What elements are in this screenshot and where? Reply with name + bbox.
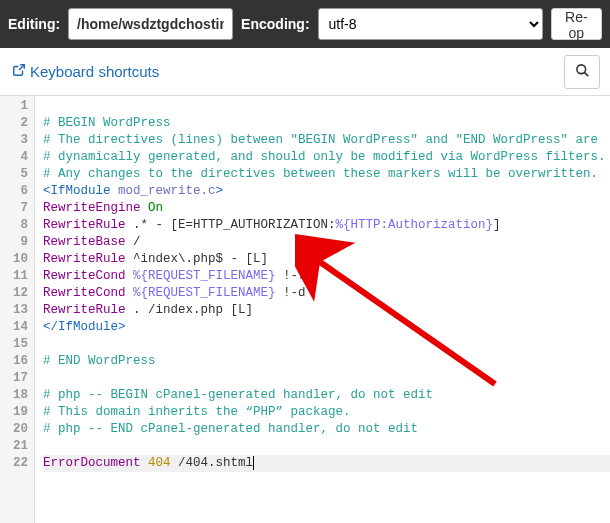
line-number: 17 xyxy=(2,370,28,387)
subbar: Keyboard shortcuts xyxy=(0,48,610,96)
code-line: RewriteRule ^index\.php$ - [L] xyxy=(43,251,610,268)
line-number: 14 xyxy=(2,319,28,336)
search-button[interactable] xyxy=(564,55,600,89)
code-line: RewriteRule .* - [E=HTTP_AUTHORIZATION:%… xyxy=(43,217,610,234)
encoding-label: Encoding: xyxy=(241,16,309,32)
external-link-icon xyxy=(12,63,26,80)
line-number: 10 xyxy=(2,251,28,268)
code-line: # Any changes to the directives between … xyxy=(43,166,610,183)
topbar: Editing: Encoding: utf-8 Re-op xyxy=(0,0,610,48)
line-number: 6 xyxy=(2,183,28,200)
line-number: 16 xyxy=(2,353,28,370)
text-cursor xyxy=(253,456,254,470)
file-path-input[interactable] xyxy=(68,8,233,40)
line-number: 8 xyxy=(2,217,28,234)
line-number: 1 xyxy=(2,98,28,115)
line-number: 12 xyxy=(2,285,28,302)
code-line: RewriteRule . /index.php [L] xyxy=(43,302,610,319)
code-line: </IfModule> xyxy=(43,319,610,336)
line-number: 3 xyxy=(2,132,28,149)
code-line xyxy=(43,98,610,115)
line-number: 20 xyxy=(2,421,28,438)
line-number: 21 xyxy=(2,438,28,455)
code-line: # php -- BEGIN cPanel-generated handler,… xyxy=(43,387,610,404)
code-line: ErrorDocument 404 /404.shtml xyxy=(43,455,610,472)
code-line: RewriteEngine On xyxy=(43,200,610,217)
encoding-select[interactable]: utf-8 xyxy=(318,8,543,40)
line-number: 5 xyxy=(2,166,28,183)
keyboard-shortcuts-link[interactable]: Keyboard shortcuts xyxy=(12,63,159,80)
line-number: 4 xyxy=(2,149,28,166)
code-line: <IfModule mod_rewrite.c> xyxy=(43,183,610,200)
line-number: 22 xyxy=(2,455,28,472)
line-number: 15 xyxy=(2,336,28,353)
keyboard-shortcuts-label: Keyboard shortcuts xyxy=(30,63,159,80)
line-number: 2 xyxy=(2,115,28,132)
svg-point-0 xyxy=(576,64,585,73)
line-number: 7 xyxy=(2,200,28,217)
code-line: # dynamically generated, and should only… xyxy=(43,149,610,166)
code-editor[interactable]: 1 2 3 4 5 6 7 8 9 10 11 12 13 14 15 16 1… xyxy=(0,96,610,523)
code-line: # php -- END cPanel-generated handler, d… xyxy=(43,421,610,438)
code-line: # END WordPress xyxy=(43,353,610,370)
svg-line-1 xyxy=(584,72,588,76)
code-line: RewriteBase / xyxy=(43,234,610,251)
code-line: # The directives (lines) between "BEGIN … xyxy=(43,132,610,149)
code-line: RewriteCond %{REQUEST_FILENAME} !-d xyxy=(43,285,610,302)
line-number: 19 xyxy=(2,404,28,421)
code-line: RewriteCond %{REQUEST_FILENAME} !-f xyxy=(43,268,610,285)
line-number: 18 xyxy=(2,387,28,404)
code-line xyxy=(43,370,610,387)
line-number: 11 xyxy=(2,268,28,285)
line-number: 13 xyxy=(2,302,28,319)
code-line xyxy=(43,438,610,455)
reopen-button[interactable]: Re-op xyxy=(551,8,602,40)
line-number-gutter: 1 2 3 4 5 6 7 8 9 10 11 12 13 14 15 16 1… xyxy=(0,96,35,523)
code-line: # BEGIN WordPress xyxy=(43,115,610,132)
editing-label: Editing: xyxy=(8,16,60,32)
code-line xyxy=(43,336,610,353)
code-area[interactable]: # BEGIN WordPress # The directives (line… xyxy=(35,96,610,523)
search-icon xyxy=(575,63,590,81)
line-number: 9 xyxy=(2,234,28,251)
code-line: # This domain inherits the “PHP” package… xyxy=(43,404,610,421)
